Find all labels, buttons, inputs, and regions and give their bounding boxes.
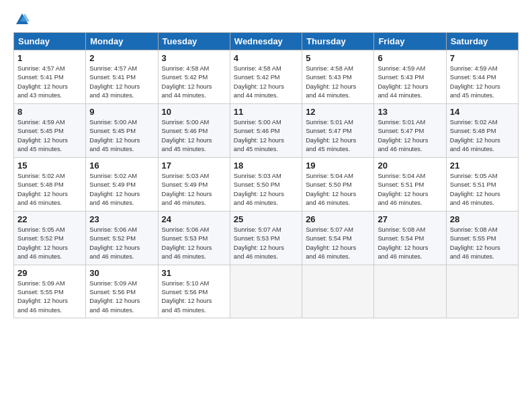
day-info: Sunrise: 4:58 AM Sunset: 5:42 PM Dayligh…: [234, 64, 298, 101]
day-info: Sunrise: 5:03 AM Sunset: 5:50 PM Dayligh…: [234, 172, 298, 208]
day-info: Sunrise: 4:57 AM Sunset: 5:41 PM Dayligh…: [89, 64, 154, 101]
day-number: 15: [17, 161, 82, 171]
calendar-cell: [302, 265, 374, 318]
calendar-cell: 31Sunrise: 5:10 AM Sunset: 5:56 PM Dayli…: [158, 265, 230, 318]
day-number: 5: [306, 53, 370, 63]
day-number: 4: [234, 53, 298, 63]
calendar-cell: 15Sunrise: 5:02 AM Sunset: 5:48 PM Dayli…: [14, 157, 86, 211]
day-number: 13: [378, 107, 442, 117]
col-header-saturday: Saturday: [446, 33, 518, 50]
day-number: 14: [450, 107, 515, 117]
calendar-cell: 10Sunrise: 5:00 AM Sunset: 5:46 PM Dayli…: [158, 103, 230, 157]
calendar-cell: 6Sunrise: 4:59 AM Sunset: 5:43 PM Daylig…: [374, 50, 446, 104]
day-number: 30: [89, 268, 154, 278]
day-number: 16: [89, 161, 154, 171]
calendar-cell: 17Sunrise: 5:03 AM Sunset: 5:49 PM Dayli…: [158, 157, 230, 211]
day-info: Sunrise: 5:00 AM Sunset: 5:46 PM Dayligh…: [162, 118, 226, 154]
day-number: 18: [234, 161, 298, 171]
col-header-monday: Monday: [86, 33, 158, 50]
day-number: 9: [89, 107, 154, 117]
calendar-week-1: 1Sunrise: 4:57 AM Sunset: 5:41 PM Daylig…: [14, 50, 519, 104]
day-number: 22: [17, 214, 82, 224]
calendar-cell: [230, 265, 302, 318]
day-number: 11: [234, 107, 298, 117]
calendar-cell: 26Sunrise: 5:07 AM Sunset: 5:54 PM Dayli…: [302, 211, 374, 265]
day-info: Sunrise: 5:04 AM Sunset: 5:50 PM Dayligh…: [306, 172, 370, 208]
day-info: Sunrise: 5:09 AM Sunset: 5:55 PM Dayligh…: [17, 279, 82, 316]
col-header-tuesday: Tuesday: [158, 33, 230, 50]
day-info: Sunrise: 5:09 AM Sunset: 5:56 PM Dayligh…: [89, 279, 154, 316]
calendar-cell: 18Sunrise: 5:03 AM Sunset: 5:50 PM Dayli…: [230, 157, 302, 211]
day-number: 6: [378, 53, 442, 63]
day-number: 26: [306, 214, 370, 224]
day-number: 31: [162, 268, 226, 278]
calendar-week-2: 8Sunrise: 4:59 AM Sunset: 5:45 PM Daylig…: [14, 103, 519, 157]
calendar-cell: 22Sunrise: 5:05 AM Sunset: 5:52 PM Dayli…: [14, 211, 86, 265]
day-info: Sunrise: 5:03 AM Sunset: 5:49 PM Dayligh…: [162, 172, 226, 208]
calendar-cell: [374, 265, 446, 318]
calendar-cell: 4Sunrise: 4:58 AM Sunset: 5:42 PM Daylig…: [230, 50, 302, 104]
day-info: Sunrise: 4:57 AM Sunset: 5:41 PM Dayligh…: [17, 64, 82, 101]
day-info: Sunrise: 5:07 AM Sunset: 5:54 PM Dayligh…: [306, 226, 370, 262]
calendar-cell: 11Sunrise: 5:00 AM Sunset: 5:46 PM Dayli…: [230, 103, 302, 157]
calendar-cell: 3Sunrise: 4:58 AM Sunset: 5:42 PM Daylig…: [158, 50, 230, 104]
day-number: 29: [17, 268, 82, 278]
logo-icon: [15, 12, 30, 27]
col-header-sunday: Sunday: [14, 33, 86, 50]
calendar-cell: 24Sunrise: 5:06 AM Sunset: 5:53 PM Dayli…: [158, 211, 230, 265]
day-info: Sunrise: 5:07 AM Sunset: 5:53 PM Dayligh…: [234, 226, 298, 262]
calendar-cell: 1Sunrise: 4:57 AM Sunset: 5:41 PM Daylig…: [14, 50, 86, 104]
day-number: 21: [450, 161, 515, 171]
day-info: Sunrise: 5:06 AM Sunset: 5:52 PM Dayligh…: [89, 226, 154, 262]
day-number: 20: [378, 161, 442, 171]
day-number: 10: [162, 107, 226, 117]
calendar-cell: 20Sunrise: 5:04 AM Sunset: 5:51 PM Dayli…: [374, 157, 446, 211]
day-info: Sunrise: 5:08 AM Sunset: 5:55 PM Dayligh…: [450, 226, 515, 262]
day-info: Sunrise: 4:59 AM Sunset: 5:43 PM Dayligh…: [378, 64, 442, 101]
day-number: 12: [306, 107, 370, 117]
day-info: Sunrise: 5:05 AM Sunset: 5:52 PM Dayligh…: [17, 226, 82, 262]
day-number: 27: [378, 214, 442, 224]
day-info: Sunrise: 5:01 AM Sunset: 5:47 PM Dayligh…: [306, 118, 370, 154]
day-info: Sunrise: 4:59 AM Sunset: 5:45 PM Dayligh…: [17, 118, 82, 154]
day-number: 17: [162, 161, 226, 171]
calendar-cell: 14Sunrise: 5:02 AM Sunset: 5:48 PM Dayli…: [446, 103, 518, 157]
day-info: Sunrise: 5:10 AM Sunset: 5:56 PM Dayligh…: [162, 279, 226, 316]
day-info: Sunrise: 5:06 AM Sunset: 5:53 PM Dayligh…: [162, 226, 226, 262]
calendar-cell: 5Sunrise: 4:58 AM Sunset: 5:43 PM Daylig…: [302, 50, 374, 104]
calendar-cell: 28Sunrise: 5:08 AM Sunset: 5:55 PM Dayli…: [446, 211, 518, 265]
day-number: 7: [450, 53, 515, 63]
day-number: 8: [17, 107, 82, 117]
calendar-cell: 16Sunrise: 5:02 AM Sunset: 5:49 PM Dayli…: [86, 157, 158, 211]
calendar-cell: 8Sunrise: 4:59 AM Sunset: 5:45 PM Daylig…: [14, 103, 86, 157]
calendar-cell: 23Sunrise: 5:06 AM Sunset: 5:52 PM Dayli…: [86, 211, 158, 265]
day-info: Sunrise: 5:00 AM Sunset: 5:46 PM Dayligh…: [234, 118, 298, 154]
day-number: 3: [162, 53, 226, 63]
calendar-cell: 13Sunrise: 5:01 AM Sunset: 5:47 PM Dayli…: [374, 103, 446, 157]
calendar-cell: 7Sunrise: 4:59 AM Sunset: 5:44 PM Daylig…: [446, 50, 518, 104]
day-info: Sunrise: 5:08 AM Sunset: 5:54 PM Dayligh…: [378, 226, 442, 262]
col-header-thursday: Thursday: [302, 33, 374, 50]
logo: [13, 12, 30, 27]
day-info: Sunrise: 5:05 AM Sunset: 5:51 PM Dayligh…: [450, 172, 515, 208]
col-header-wednesday: Wednesday: [230, 33, 302, 50]
day-info: Sunrise: 5:02 AM Sunset: 5:49 PM Dayligh…: [89, 172, 154, 208]
day-number: 1: [17, 53, 82, 63]
day-info: Sunrise: 4:59 AM Sunset: 5:44 PM Dayligh…: [450, 64, 515, 101]
calendar-cell: 19Sunrise: 5:04 AM Sunset: 5:50 PM Dayli…: [302, 157, 374, 211]
calendar-cell: 9Sunrise: 5:00 AM Sunset: 5:45 PM Daylig…: [86, 103, 158, 157]
calendar-cell: 30Sunrise: 5:09 AM Sunset: 5:56 PM Dayli…: [86, 265, 158, 318]
calendar-cell: 21Sunrise: 5:05 AM Sunset: 5:51 PM Dayli…: [446, 157, 518, 211]
day-info: Sunrise: 5:01 AM Sunset: 5:47 PM Dayligh…: [378, 118, 442, 154]
day-info: Sunrise: 5:02 AM Sunset: 5:48 PM Dayligh…: [17, 172, 82, 208]
calendar-cell: 12Sunrise: 5:01 AM Sunset: 5:47 PM Dayli…: [302, 103, 374, 157]
day-number: 24: [162, 214, 226, 224]
day-info: Sunrise: 4:58 AM Sunset: 5:42 PM Dayligh…: [162, 64, 226, 101]
day-number: 25: [234, 214, 298, 224]
day-number: 28: [450, 214, 515, 224]
day-number: 2: [89, 53, 154, 63]
day-number: 19: [306, 161, 370, 171]
day-info: Sunrise: 4:58 AM Sunset: 5:43 PM Dayligh…: [306, 64, 370, 101]
calendar-week-5: 29Sunrise: 5:09 AM Sunset: 5:55 PM Dayli…: [14, 265, 519, 318]
page-header: [13, 12, 519, 27]
